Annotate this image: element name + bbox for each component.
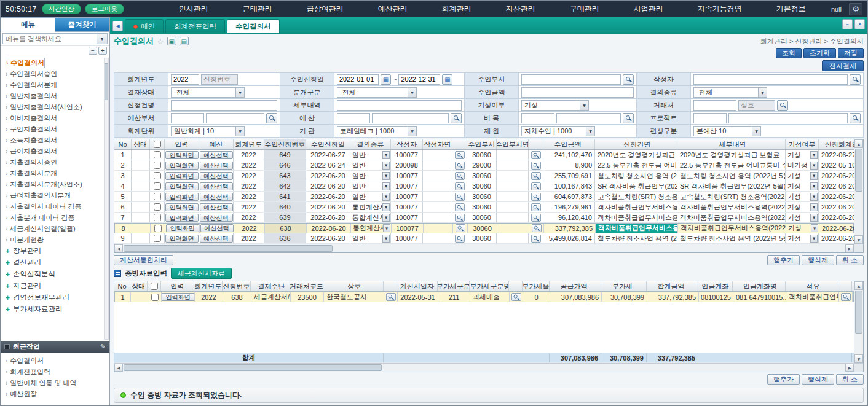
- search-icon[interactable]: [531, 193, 541, 201]
- search-icon[interactable]: [623, 113, 634, 123]
- reset-button[interactable]: 초기화: [803, 48, 836, 58]
- scrollbar-thumb[interactable]: [105, 63, 108, 100]
- global-menu-item[interactable]: 구매관리: [553, 4, 617, 14]
- cell-completion-select[interactable]: 비기성▼: [786, 160, 819, 170]
- scroll-right-icon[interactable]: ▶: [845, 244, 854, 252]
- budget-select-button[interactable]: 예산선택: [200, 224, 234, 232]
- global-menu-item[interactable]: 사업관리: [617, 4, 681, 14]
- row-checkbox[interactable]: [154, 203, 161, 211]
- project-code-input[interactable]: [693, 113, 727, 123]
- budget-select-button[interactable]: 예산선택: [200, 214, 233, 222]
- cell-completion-select[interactable]: 기성▼: [786, 181, 819, 191]
- org-select[interactable]: 코레일테크 | 1000▼: [337, 126, 417, 136]
- cell-doc_type-select[interactable]: 일반▼: [350, 171, 391, 181]
- search-icon[interactable]: [531, 162, 541, 170]
- vendor-code-input[interactable]: [693, 100, 736, 111]
- sidebar-group[interactable]: +장부관리: [6, 245, 102, 257]
- input-screen-button[interactable]: 입력화면: [165, 193, 199, 201]
- global-menu-item[interactable]: 지속가능경영: [681, 4, 759, 14]
- search-icon[interactable]: [531, 151, 541, 159]
- search-icon[interactable]: [386, 293, 396, 301]
- gear-icon[interactable]: ⚙: [849, 3, 862, 15]
- scrollbar-thumb[interactable]: [855, 291, 862, 334]
- sidebar-item[interactable]: ›급여지출결의서분개: [6, 190, 102, 201]
- table-row[interactable]: 1입력화면예산선택20226492022-06-27일반▼10007730060…: [114, 150, 854, 160]
- table-row[interactable]: 8입력화면예산선택20226382022-06-20통합계산서▼10007730…: [114, 223, 854, 233]
- item-code-input[interactable]: [521, 113, 554, 123]
- row-checkbox[interactable]: [154, 162, 161, 169]
- row-checkbox[interactable]: [154, 182, 161, 190]
- sidebar-item[interactable]: ›지출결의서 데이터 검증: [6, 201, 102, 212]
- budget-type-select[interactable]: 본예산 10▼: [693, 126, 761, 136]
- cell-completion-select[interactable]: 기성▼: [786, 233, 819, 243]
- input-screen-button[interactable]: 입력화면: [165, 214, 199, 222]
- tab[interactable]: 메인: [125, 19, 164, 33]
- capture-icon[interactable]: ▤: [180, 37, 189, 45]
- sidebar-item[interactable]: ›지출결의서승인: [6, 157, 102, 168]
- extend-time-button[interactable]: 시간연장: [42, 4, 81, 14]
- sidebar-item[interactable]: ›지출분개 데이터 검증: [6, 212, 102, 223]
- collapse-all-button[interactable]: −: [89, 47, 97, 55]
- global-menu-item[interactable]: 자산관리: [489, 4, 553, 14]
- cell-completion-select[interactable]: 기성▼: [786, 213, 819, 222]
- sidebar-group[interactable]: +경영정보재무관리: [6, 292, 102, 303]
- budget-select-button[interactable]: 예산선택: [200, 151, 233, 159]
- item-name-input[interactable]: [556, 113, 621, 123]
- search-icon[interactable]: [266, 113, 277, 123]
- sidebar-item[interactable]: ›수입결의서분개: [6, 79, 102, 90]
- search-button[interactable]: 조회: [776, 48, 802, 58]
- search-icon[interactable]: [455, 162, 465, 170]
- input-screen-button[interactable]: 입력화면: [165, 203, 199, 211]
- sidebar-item[interactable]: ›미분개현황: [6, 234, 102, 245]
- search-icon[interactable]: [455, 182, 465, 190]
- budget-select-button[interactable]: 예산선택: [200, 182, 233, 190]
- menu-search-input[interactable]: [2, 33, 97, 44]
- cell-doc_type-select[interactable]: 일반▼: [350, 150, 391, 160]
- expand-all-button[interactable]: +: [98, 47, 107, 55]
- search-icon[interactable]: [850, 74, 861, 85]
- journal-type-select[interactable]: -전체-▼: [337, 87, 417, 98]
- budget-select-button[interactable]: 예산선택: [200, 162, 233, 170]
- scroll-left-icon[interactable]: ◀: [114, 244, 123, 252]
- sidebar-item[interactable]: ›여비지출결의서: [6, 112, 102, 123]
- global-menu-item[interactable]: 회계관리: [425, 4, 489, 14]
- search-icon[interactable]: [531, 203, 541, 211]
- cell-doc_type-select[interactable]: 일반▼: [350, 233, 391, 243]
- table-row[interactable]: 9입력화면예산선택20226362022-06-20일반▼10007730060…: [114, 233, 854, 244]
- sidebar-item[interactable]: ›세금계산서연결(일괄): [6, 223, 102, 234]
- recent-item[interactable]: ›예산원장: [6, 388, 105, 399]
- search-icon[interactable]: [456, 224, 465, 232]
- scroll-right-icon[interactable]: ▶: [845, 364, 854, 372]
- search-icon[interactable]: [455, 172, 465, 180]
- search-icon[interactable]: [451, 113, 462, 123]
- sidebar-item[interactable]: ›일반지출결의서(사업소): [6, 101, 102, 112]
- clear-recent-icon[interactable]: ✎: [100, 343, 106, 351]
- recent-item[interactable]: ›회계전표입력: [6, 366, 105, 377]
- request-title-input[interactable]: [171, 100, 277, 111]
- scrollbar-thumb[interactable]: [124, 364, 382, 371]
- search-icon[interactable]: [532, 224, 542, 232]
- select-all-checkbox[interactable]: [151, 283, 158, 290]
- cell-doc_type-select[interactable]: 일반▼: [350, 160, 391, 170]
- search-icon[interactable]: [455, 151, 465, 159]
- prev-tab-icon[interactable]: ◀: [112, 21, 123, 31]
- cell-completion-select[interactable]: 기성▼: [786, 202, 819, 212]
- sidebar-group[interactable]: +결산관리: [6, 257, 102, 268]
- budget-select-button[interactable]: 예산선택: [200, 193, 233, 201]
- resolution-type-select[interactable]: -전체-▼: [693, 87, 767, 98]
- scroll-down-icon[interactable]: ▼: [854, 235, 863, 244]
- search-icon[interactable]: [841, 293, 851, 301]
- row-checkbox[interactable]: [154, 225, 162, 232]
- scroll-up-icon[interactable]: ▲: [854, 281, 863, 290]
- search-icon[interactable]: [511, 293, 521, 301]
- row-checkbox[interactable]: [154, 172, 161, 179]
- horizontal-scrollbar[interactable]: ◀ ▶: [114, 244, 863, 252]
- global-menu-item[interactable]: 예산관리: [361, 4, 425, 14]
- input-screen-button[interactable]: 입력화면: [162, 293, 195, 301]
- budget-dept-code-input[interactable]: [171, 113, 204, 123]
- search-icon[interactable]: [455, 235, 465, 243]
- search-icon[interactable]: [623, 74, 634, 85]
- recent-item[interactable]: ›일반이체 연동 및 내역: [6, 377, 105, 388]
- table-row[interactable]: 3입력화면예산선택20226432022-06-20일반▼10007730060…: [114, 171, 854, 181]
- sidebar-tab-menu[interactable]: 메뉴: [1, 17, 55, 32]
